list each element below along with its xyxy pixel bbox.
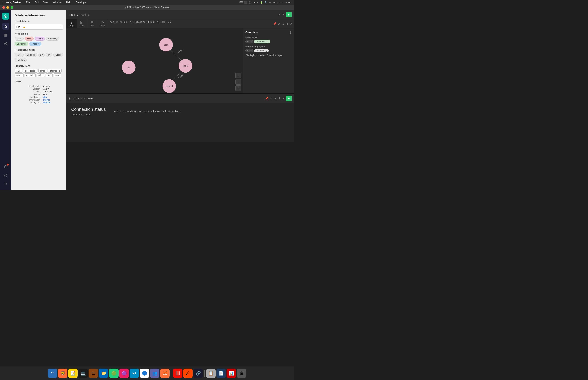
run-button-2[interactable]: ▶: [286, 96, 292, 101]
zoom-fit-button[interactable]: ⊞: [235, 85, 241, 91]
close-query-icon[interactable]: ✕: [282, 13, 285, 16]
view-table-label: Table: [79, 25, 84, 27]
query-input[interactable]: [80, 13, 277, 16]
rel-type-all[interactable]: *(35): [15, 53, 24, 57]
prop-type[interactable]: type: [54, 74, 61, 77]
databases-link[interactable]: :dbs: [43, 96, 47, 98]
headphones-icon: 🎧: [249, 1, 252, 4]
connection-message: You have a working connection and server…: [114, 109, 181, 113]
graph-canvas: Relation Relation neert lol shai: [66, 28, 243, 93]
information-link[interactable]: :sysinfo: [43, 99, 50, 101]
dbms-table: Cluster role: primary Version: 5.12.0 Ed…: [15, 84, 63, 104]
sidebar-item-help[interactable]: ?: [2, 163, 9, 170]
prop-description[interactable]: description: [23, 69, 37, 73]
prop-price[interactable]: price: [37, 74, 45, 77]
rel-type-belongs[interactable]: Belongs: [25, 53, 37, 57]
svg-line-18: [71, 22, 72, 23]
cloud-icon: ☁: [253, 1, 256, 4]
prop-sku[interactable]: sku: [46, 74, 53, 77]
maximize-button[interactable]: [11, 6, 13, 9]
control-center-icon[interactable]: ⊞: [269, 1, 271, 4]
minimize-button[interactable]: [6, 6, 9, 9]
rel-type-by[interactable]: By: [38, 53, 45, 57]
rel-type-relation[interactable]: Relation: [15, 58, 27, 62]
prop-pincode[interactable]: pincode: [25, 74, 36, 77]
graph-area[interactable]: Relation Relation neert lol shai: [66, 28, 294, 93]
expand-result-icon[interactable]: ⤢: [278, 22, 280, 25]
svg-rect-7: [4, 34, 7, 34]
collapse-icon-2[interactable]: ▲: [274, 97, 277, 100]
menu-view[interactable]: View: [43, 1, 49, 4]
edition-value: Enterprise: [43, 90, 63, 93]
close-result-icon[interactable]: ✕: [290, 22, 292, 25]
node-label-all[interactable]: *(23): [15, 37, 24, 41]
pin-icon[interactable]: 📌: [273, 22, 276, 25]
rel-type-order[interactable]: Order: [54, 53, 63, 57]
menu-file[interactable]: File: [25, 1, 30, 4]
name-label: Name:: [15, 93, 42, 95]
ov-badge-customer[interactable]: Customer (4): [254, 40, 270, 43]
node-label-area[interactable]: Area: [25, 37, 34, 41]
query-list-link[interactable]: :queries: [43, 101, 50, 104]
expand-icon[interactable]: ⤢: [278, 13, 281, 16]
collapse-result-icon[interactable]: ▲: [282, 22, 285, 25]
ov-rel-badge-relation[interactable]: Relation (2): [254, 49, 269, 53]
view-table-button[interactable]: Table: [77, 19, 87, 28]
menu-edit[interactable]: Edit: [34, 1, 39, 4]
name-value: neo4j: [43, 93, 63, 95]
ov-rel-badge-all[interactable]: * (2): [246, 49, 253, 53]
download-icon-2[interactable]: ⬇: [278, 97, 281, 100]
menu-help[interactable]: Help: [65, 1, 72, 4]
prop-internal-id[interactable]: internal_id: [48, 69, 61, 73]
svg-point-14: [5, 175, 6, 176]
node-label-customer[interactable]: Customer: [15, 42, 28, 46]
menu-developer[interactable]: Developer: [75, 1, 87, 4]
close-icon-2[interactable]: ✕: [282, 97, 285, 100]
search-icon[interactable]: 🔍: [265, 1, 267, 4]
overview-title-text: Overview: [246, 31, 258, 34]
sidebar-item-refresh[interactable]: [2, 181, 9, 188]
ov-badge-all[interactable]: * (4): [246, 40, 253, 43]
sidebar-item-database[interactable]: [2, 31, 9, 38]
node-labels-title: Node labels: [15, 32, 63, 35]
prop-date[interactable]: date: [15, 69, 22, 73]
pin-icon-2[interactable]: 📌: [265, 97, 268, 100]
close-button[interactable]: [2, 6, 5, 9]
query-list-label: Query List:: [15, 101, 42, 104]
input-icon: ⌨: [239, 1, 243, 4]
overview-expand-icon[interactable]: ❯: [289, 31, 292, 34]
view-text-button[interactable]: Text: [87, 19, 97, 28]
neo4j-logo[interactable]: [2, 13, 9, 20]
view-code-label: Code: [100, 25, 105, 27]
sidebar-item-favorites[interactable]: [2, 23, 9, 30]
view-graph-button[interactable]: Graph: [66, 19, 77, 28]
node-labels-container: *(23) Area Brand Category Customer Produ…: [15, 37, 63, 46]
edition-label: Edition:: [15, 90, 42, 93]
zoom-in-button[interactable]: +: [235, 73, 241, 78]
prop-email[interactable]: email: [38, 69, 47, 73]
databases-label: Databases:: [15, 96, 42, 98]
node-label-category[interactable]: Category: [46, 37, 59, 41]
svg-point-1: [5, 16, 6, 17]
database-select[interactable]: neo4j 🔒: [15, 24, 63, 30]
zoom-out-button[interactable]: −: [235, 79, 241, 85]
menu-window[interactable]: Window: [52, 1, 62, 4]
sidebar-item-play[interactable]: [2, 40, 9, 47]
rel-type-in[interactable]: In: [46, 53, 52, 57]
prop-name[interactable]: name: [15, 74, 24, 77]
svg-marker-6: [4, 25, 7, 28]
database-panel: Database Information Use database neo4j …: [11, 10, 66, 190]
sidebar-item-settings[interactable]: [2, 172, 9, 179]
svg-rect-9: [4, 36, 7, 36]
expand-icon-2[interactable]: ⤢: [270, 97, 272, 100]
use-database-label: Use database: [15, 20, 63, 23]
svg-point-16: [70, 23, 71, 24]
overview-rel-types-title: Relationship types: [246, 45, 292, 48]
apple-icon[interactable]: : [1, 1, 2, 4]
window-title: bolt://localhost:7687/neo4j - Neo4j Brow…: [125, 6, 170, 9]
download-result-icon[interactable]: ⬇: [286, 22, 288, 25]
view-code-button[interactable]: Code: [97, 19, 108, 28]
node-label-brand[interactable]: Brand: [35, 37, 45, 41]
run-query-button[interactable]: ▶: [286, 12, 292, 17]
node-label-product[interactable]: Product: [29, 42, 41, 46]
